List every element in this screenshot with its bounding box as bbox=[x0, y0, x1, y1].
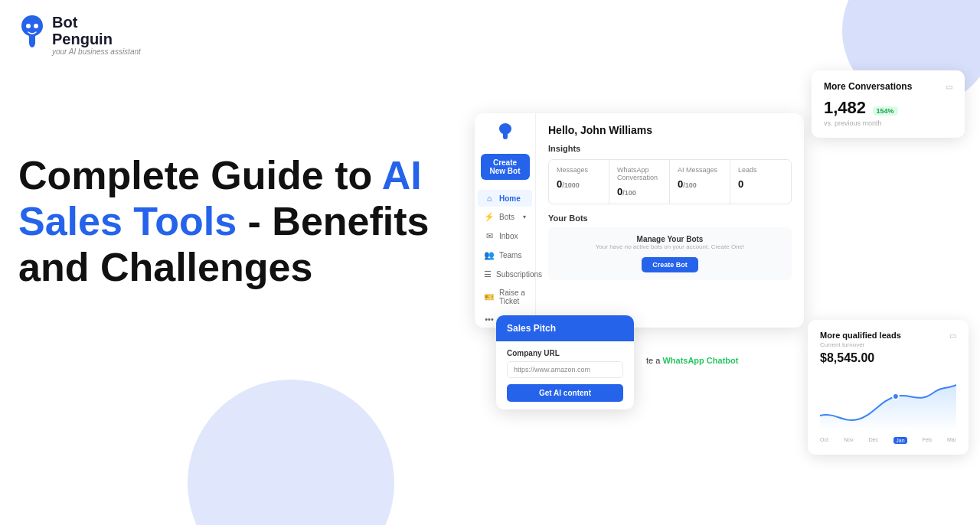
sidebar-ticket-label: Raise a Ticket bbox=[499, 289, 526, 305]
logo: BotPenguin your AI business assistant bbox=[18, 14, 141, 56]
sidebar-bots-label: Bots bbox=[499, 213, 514, 221]
insight-leads: Leads 0 bbox=[730, 160, 791, 204]
insight-leads-value: 0 bbox=[738, 178, 783, 190]
insight-whatsapp-value: 0/100 bbox=[617, 186, 662, 197]
conversations-card-title: More Conversations bbox=[824, 81, 912, 92]
bots-icon: ⚡ bbox=[484, 212, 495, 222]
sidebar-teams-label: Teams bbox=[499, 251, 521, 259]
dashboard-card: Create New Bot ⌂ Home ⚡ Bots ▾ ✉ Inbox 👥… bbox=[475, 113, 804, 328]
leads-card: More qualified leads ▭ Current turnover … bbox=[808, 320, 969, 455]
insight-ai-label: AI Messages bbox=[678, 166, 722, 174]
ticket-icon: 🎫 bbox=[484, 292, 495, 302]
sidebar-create-bot-button[interactable]: Create New Bot bbox=[481, 154, 530, 180]
teams-icon: 👥 bbox=[484, 250, 495, 260]
sidebar-item-inbox[interactable]: ✉ Inbox bbox=[478, 227, 532, 245]
dashboard-main: Hello, John Williams Insights Messages 0… bbox=[536, 113, 804, 328]
sidebar-item-subscriptions[interactable]: ☰ Subscriptions bbox=[478, 266, 532, 283]
chart-label-dec: Dec bbox=[869, 437, 878, 444]
logo-text: BotPenguin your AI business assistant bbox=[52, 14, 141, 56]
insight-leads-label: Leads bbox=[738, 166, 783, 174]
svg-point-1 bbox=[34, 24, 38, 28]
insight-messages-label: Messages bbox=[557, 166, 601, 174]
chart-label-oct: Oct bbox=[820, 437, 828, 444]
logo-tagline: your AI business assistant bbox=[52, 47, 141, 56]
svg-point-2 bbox=[893, 393, 899, 399]
leads-chart bbox=[820, 370, 956, 431]
chart-label-mar: Mar bbox=[947, 437, 956, 444]
insight-messages: Messages 0/1000 bbox=[549, 160, 609, 204]
sidebar-logo-icon bbox=[498, 122, 513, 145]
whatsapp-text-partial: te a WhatsApp Chatbot bbox=[642, 354, 743, 367]
leads-chart-labels: Oct Nov Dec Jan Feb Mar bbox=[820, 437, 956, 444]
conversations-sub: vs. previous month bbox=[824, 119, 952, 127]
home-icon: ⌂ bbox=[484, 194, 495, 203]
conversations-card-header: More Conversations ▭ bbox=[824, 81, 952, 92]
sidebar-item-raise-ticket[interactable]: 🎫 Raise a Ticket bbox=[478, 285, 532, 309]
conversations-value: 1,482 bbox=[824, 98, 866, 117]
insight-whatsapp-sub: /100 bbox=[622, 189, 636, 197]
company-url-input[interactable] bbox=[507, 361, 623, 378]
leads-card-title: More qualified leads bbox=[820, 331, 901, 340]
insight-messages-sub: /1000 bbox=[562, 181, 580, 189]
logo-name: BotPenguin bbox=[52, 14, 141, 47]
whatsapp-link: WhatsApp Chatbot bbox=[662, 356, 738, 365]
expand-icon: ▭ bbox=[946, 83, 952, 91]
insight-whatsapp-label: WhatsApp Conversation bbox=[617, 166, 662, 181]
sidebar-item-home[interactable]: ⌂ Home bbox=[478, 190, 532, 207]
sidebar-home-label: Home bbox=[499, 194, 521, 203]
company-url-label: Company URL bbox=[507, 349, 623, 357]
manage-bots-sub: Your have no active bots on your account… bbox=[556, 243, 784, 250]
decorative-circle-bottom bbox=[188, 380, 394, 525]
create-bot-button[interactable]: Create Bot bbox=[642, 257, 698, 272]
chevron-down-icon: ▾ bbox=[523, 214, 526, 220]
subscriptions-icon: ☰ bbox=[484, 269, 492, 279]
leads-card-subtitle: Current turnover bbox=[820, 341, 956, 348]
inbox-icon: ✉ bbox=[484, 231, 495, 241]
logo-icon bbox=[18, 14, 46, 51]
chart-label-feb: Feb bbox=[923, 437, 932, 444]
insight-whatsapp: WhatsApp Conversation 0/100 bbox=[609, 160, 670, 204]
insights-grid: Messages 0/1000 WhatsApp Conversation 0/… bbox=[548, 159, 792, 204]
chart-label-jan: Jan bbox=[893, 437, 906, 444]
insight-ai-sub: /100 bbox=[683, 181, 697, 189]
sidebar: Create New Bot ⌂ Home ⚡ Bots ▾ ✉ Inbox 👥… bbox=[475, 113, 536, 328]
manage-bots-title: Manage Your Bots bbox=[556, 235, 784, 243]
hero-title: Complete Guide to AI Sales Tools - Benef… bbox=[18, 153, 462, 290]
dashboard-greeting: Hello, John Williams bbox=[548, 124, 792, 136]
manage-bots-area: Manage Your Bots Your have no active bot… bbox=[548, 227, 792, 280]
sales-card-body: Company URL Get AI content bbox=[496, 341, 634, 409]
sales-pitch-card: Sales Pitch Company URL Get AI content bbox=[496, 315, 634, 409]
sidebar-inbox-label: Inbox bbox=[499, 232, 518, 240]
svg-point-0 bbox=[26, 24, 31, 28]
sidebar-item-bots[interactable]: ⚡ Bots ▾ bbox=[478, 208, 532, 226]
chart-label-nov: Nov bbox=[844, 437, 853, 444]
sidebar-nav: ⌂ Home ⚡ Bots ▾ ✉ Inbox 👥 Teams ☰ Subscr… bbox=[475, 189, 535, 328]
conversations-card: More Conversations ▭ 1,482 154% vs. prev… bbox=[812, 70, 965, 138]
leads-card-value: $8,545.00 bbox=[820, 351, 956, 365]
more-icon: ••• bbox=[484, 315, 495, 324]
sales-card-header: Sales Pitch bbox=[496, 315, 634, 341]
insight-ai-value: 0/100 bbox=[678, 178, 722, 190]
leads-expand-icon: ▭ bbox=[949, 331, 956, 340]
leads-card-header: More qualified leads ▭ bbox=[820, 331, 956, 340]
insight-messages-value: 0/1000 bbox=[557, 178, 601, 190]
get-ai-content-button[interactable]: Get AI content bbox=[507, 384, 623, 402]
insight-ai-messages: AI Messages 0/100 bbox=[670, 160, 730, 204]
conversations-badge: 154% bbox=[873, 106, 898, 116]
hero-section: Complete Guide to AI Sales Tools - Benef… bbox=[18, 153, 462, 290]
insights-title: Insights bbox=[548, 144, 792, 153]
conversations-value-row: 1,482 154% bbox=[824, 98, 952, 118]
your-bots-title: Your Bots bbox=[548, 214, 792, 223]
sidebar-item-teams[interactable]: 👥 Teams bbox=[478, 246, 532, 264]
